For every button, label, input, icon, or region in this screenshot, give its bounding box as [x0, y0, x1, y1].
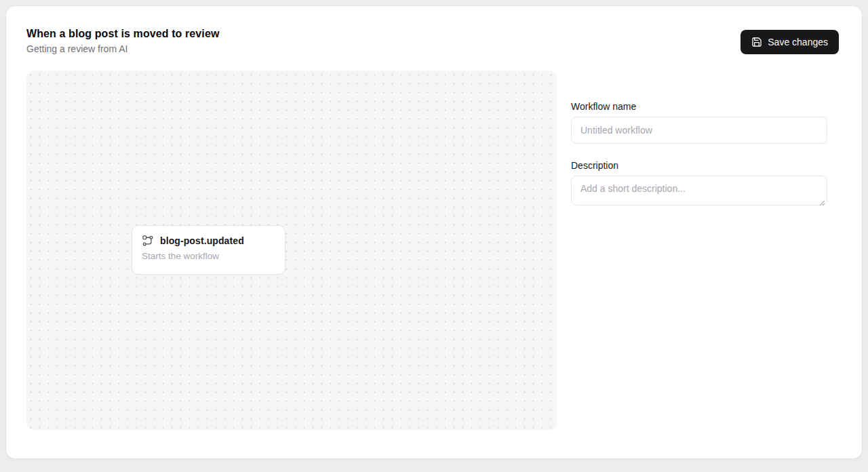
page-title: When a blog post is moved to review — [26, 28, 219, 40]
workflow-canvas[interactable]: blog-post.updated Starts the workflow — [26, 71, 557, 430]
workflow-trigger-icon — [142, 235, 153, 246]
save-changes-button[interactable]: Save changes — [741, 30, 839, 54]
app-window: When a blog post is moved to review Gett… — [5, 5, 863, 459]
description-field-group: Description — [571, 160, 827, 205]
description-textarea[interactable] — [571, 176, 827, 205]
trigger-node-title: blog-post.updated — [160, 235, 244, 246]
page-subtitle: Getting a review from AI — [26, 43, 219, 54]
save-button-label: Save changes — [768, 37, 828, 47]
trigger-node-card[interactable]: blog-post.updated Starts the workflow — [132, 225, 285, 275]
description-textarea-wrap — [571, 176, 827, 205]
trigger-node-header: blog-post.updated — [142, 235, 275, 246]
page-header: When a blog post is moved to review Gett… — [26, 28, 219, 54]
workflow-name-field-group: Workflow name — [571, 101, 827, 144]
workflow-name-label: Workflow name — [571, 101, 827, 112]
trigger-node-subtitle: Starts the workflow — [142, 251, 275, 261]
workflow-name-input[interactable] — [571, 117, 827, 144]
save-icon — [751, 37, 762, 47]
description-label: Description — [571, 160, 827, 171]
workflow-settings-panel: Workflow name Description — [571, 101, 827, 205]
